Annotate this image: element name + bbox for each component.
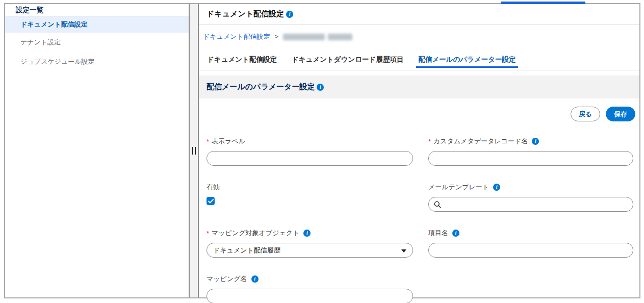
back-button[interactable]: 戻る (571, 107, 600, 121)
field-mapping-target-object: * マッピング対象オブジェクト i ドキュメント配信履歴 (207, 229, 413, 258)
required-marker: * (207, 138, 209, 145)
section-title: 配信メールのパラメーター設定i (207, 82, 324, 92)
settings-sidebar: 設定一覧 ドキュメント配信設定 テナント設定 ジョブスケジュール設定 (5, 4, 189, 297)
mapping-target-object-select[interactable]: ドキュメント配信履歴 (207, 243, 413, 258)
sidebar-item-job-schedule-settings[interactable]: ジョブスケジュール設定 (5, 52, 189, 71)
mail-template-lookup (428, 197, 633, 212)
panel-splitter[interactable] (189, 4, 199, 297)
field-label: メールテンプレート i (428, 183, 633, 192)
sidebar-item-label: テナント設定 (20, 38, 61, 47)
tab-label: ドキュメント配信設定 (207, 56, 277, 63)
field-label-text: マッピング名 (207, 274, 247, 284)
sidebar-item-label: ドキュメント配信設定 (20, 20, 88, 29)
field-mapping-name: マッピング名 i (207, 274, 413, 303)
sidebar-item-label: ジョブスケジュール設定 (20, 57, 94, 66)
info-icon[interactable]: i (286, 11, 293, 18)
info-icon[interactable]: i (452, 230, 459, 237)
sidebar-item-tenant-settings[interactable]: テナント設定 (5, 33, 189, 52)
display-label-input[interactable] (207, 151, 413, 166)
mapping-name-input[interactable] (207, 289, 413, 303)
save-button[interactable]: 保存 (606, 107, 635, 121)
breadcrumb-current-redacted (283, 34, 352, 40)
breadcrumb: ドキュメント配信設定 > (199, 24, 639, 48)
field-label: * マッピング対象オブジェクト i (207, 229, 413, 238)
info-icon[interactable]: i (317, 84, 324, 91)
field-label-text: 項目名 (428, 229, 448, 238)
field-label-text: 有効 (207, 183, 220, 192)
check-icon (208, 199, 214, 204)
field-display-label: * 表示ラベル (207, 137, 413, 166)
field-label-text: マッピング対象オブジェクト (212, 229, 299, 238)
field-label: 有効 (207, 183, 413, 192)
field-label: * 表示ラベル (207, 137, 413, 146)
tab-delivery-mail-parameter-settings[interactable]: 配信メールのパラメーター設定 (416, 55, 518, 70)
field-field-name: 項目名 i (428, 229, 633, 258)
field-custom-metadata-record-name: * カスタムメタデータレコード名 i (428, 137, 633, 166)
tab-label: 配信メールのパラメーター設定 (418, 56, 516, 63)
required-marker: * (207, 230, 209, 237)
parameter-form: 戻る 保存 * 表示ラベル * カスタムメタデータレコード名 (199, 98, 639, 303)
field-mail-template: メールテンプレート i (428, 183, 633, 212)
form-actions: 戻る 保存 (207, 107, 635, 121)
required-marker: * (428, 138, 431, 145)
field-label-text: 表示ラベル (212, 137, 245, 146)
field-label-text: カスタムメタデータレコード名 (433, 137, 528, 146)
breadcrumb-separator: > (274, 33, 278, 40)
search-icon (434, 201, 441, 208)
tab-bar: ドキュメント配信設定 ドキュメントダウンロード履歴項目 配信メールのパラメーター… (199, 48, 639, 70)
info-icon[interactable]: i (493, 184, 500, 191)
page-title: ドキュメント配信設定 (207, 9, 284, 19)
sidebar-title: 設定一覧 (5, 4, 189, 16)
info-icon[interactable]: i (532, 138, 539, 145)
sidebar-item-document-delivery-settings[interactable]: ドキュメント配信設定 (5, 16, 189, 33)
chevron-down-icon (401, 249, 406, 252)
select-value: ドキュメント配信履歴 (213, 246, 280, 255)
field-label: マッピング名 i (207, 274, 413, 284)
field-enabled: 有効 (207, 183, 413, 205)
app-frame: 設定一覧 ドキュメント配信設定 テナント設定 ジョブスケジュール設定 ドキュメン… (4, 3, 640, 298)
splitter-handle-icon[interactable] (192, 147, 196, 155)
breadcrumb-root-link[interactable]: ドキュメント配信設定 (203, 33, 270, 40)
page-header: ドキュメント配信設定 i (199, 4, 639, 24)
tab-download-history-fields[interactable]: ドキュメントダウンロード履歴項目 (290, 55, 405, 70)
field-name-input[interactable] (428, 243, 633, 258)
mail-template-search-input[interactable] (428, 197, 633, 212)
enabled-checkbox[interactable] (207, 197, 215, 205)
info-icon[interactable]: i (303, 230, 311, 237)
top-cutoff-button[interactable] (501, 2, 585, 4)
tab-label: ドキュメントダウンロード履歴項目 (292, 56, 403, 63)
section-header: 配信メールのパラメーター設定i (199, 75, 639, 98)
custom-metadata-record-name-input[interactable] (428, 151, 633, 166)
spacer (199, 70, 639, 75)
main-panel: ドキュメント配信設定 i ドキュメント配信設定 > ドキュメント配信設定 ドキュ… (199, 4, 639, 297)
field-label-text: メールテンプレート (428, 183, 489, 192)
info-icon[interactable]: i (251, 275, 259, 283)
field-label: 項目名 i (428, 229, 633, 238)
form-grid: * 表示ラベル * カスタムメタデータレコード名 i (207, 137, 633, 303)
tab-document-delivery-settings[interactable]: ドキュメント配信設定 (205, 55, 279, 70)
field-label: * カスタムメタデータレコード名 i (428, 137, 633, 146)
